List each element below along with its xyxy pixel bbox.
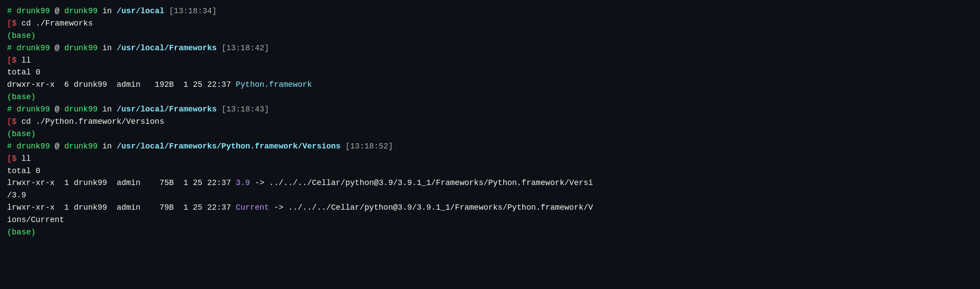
terminal: # drunk99 @ drunk99 in /usr/local [13:18… [7,5,973,239]
terminal-line-line10: [$ cd ./Python.framework/Versions [7,116,973,128]
terminal-line-line16: /3.9 [7,189,973,202]
terminal-line-line12: # drunk99 @ drunk99 in /usr/local/Framew… [7,141,973,153]
terminal-line-line7: drwxr-xr-x 6 drunk99 admin 192B 1 25 22:… [7,79,973,91]
terminal-line-line13: [$ ll [7,153,973,165]
terminal-line-line17: lrwxr-xr-x 1 drunk99 admin 79B 1 25 22:3… [7,202,973,214]
terminal-line-line15: lrwxr-xr-x 1 drunk99 admin 75B 1 25 22:3… [7,177,973,189]
terminal-line-line19: (base) [7,226,973,239]
terminal-line-line2: [$ cd ./Frameworks [7,18,973,30]
terminal-line-line3: (base) [7,30,973,42]
terminal-line-line1: # drunk99 @ drunk99 in /usr/local [13:18… [7,5,973,18]
terminal-line-line6: total 0 [7,67,973,79]
terminal-line-line5: [$ ll [7,55,973,67]
terminal-line-line14: total 0 [7,165,973,178]
terminal-line-line11: (base) [7,128,973,141]
terminal-line-line9: # drunk99 @ drunk99 in /usr/local/Framew… [7,104,973,116]
terminal-line-line18: ions/Current [7,214,973,226]
terminal-line-line8: (base) [7,91,973,104]
terminal-line-line4: # drunk99 @ drunk99 in /usr/local/Framew… [7,42,973,55]
